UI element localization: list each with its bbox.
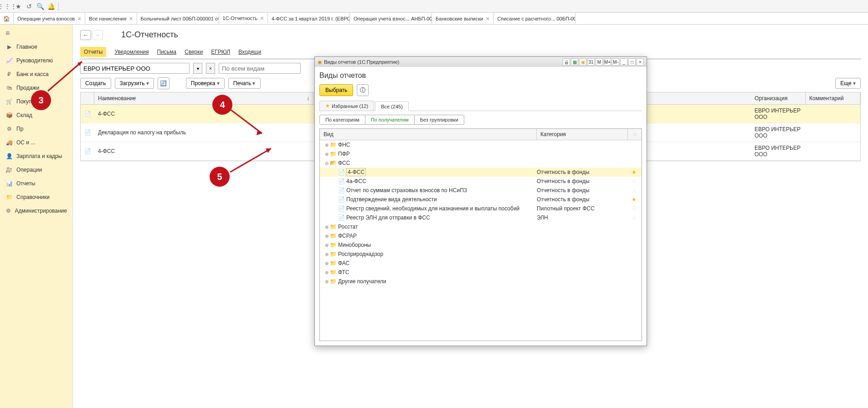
tree-folder-pfr[interactable]: ⊕📁ПФР (320, 149, 642, 158)
tree-col-type[interactable]: Вид (320, 129, 537, 140)
tab-1[interactable]: Все начисления× (85, 13, 137, 24)
tab-all[interactable]: Все (245) (375, 101, 409, 111)
tree-folder[interactable]: ⊕📁Росстат (320, 222, 642, 231)
close-icon[interactable]: × (486, 15, 489, 22)
m-plus-icon[interactable]: M+ (604, 58, 611, 66)
filter-no-grouping[interactable]: Без группировки (415, 115, 464, 125)
tab-3[interactable]: 1С-Отчетность× (219, 13, 268, 24)
tree-folder[interactable]: ⊕📁ФАС (320, 259, 642, 268)
tree-item[interactable]: 📄Реестр ЭЛН для отправки в ФССЭЛН☆ (320, 213, 642, 222)
sidebar-item-main[interactable]: ▶Главное (0, 40, 72, 54)
tree-folder[interactable]: ⊕📁ФТС (320, 268, 642, 277)
tab-7[interactable]: Списание с расчетного... 00БП-000002× (493, 13, 575, 24)
apps-icon[interactable]: ⋮⋮⋮ (2, 1, 13, 12)
subtab-egrul[interactable]: ЕГРЮЛ (211, 47, 230, 57)
calendar-icon[interactable]: 31 (587, 58, 595, 66)
dialog-titlebar[interactable]: ◉ Виды отчетов (1С:Предприятие) 🖨 ▦ ▣ 31… (315, 57, 647, 67)
m-icon[interactable]: M (596, 58, 603, 66)
sidebar-item-catalogs[interactable]: 📁Справочники (0, 190, 72, 204)
tab-2[interactable]: Больничный лист 00БП-000001 от 3...× (137, 13, 219, 24)
star-icon[interactable]: ☆ (628, 214, 640, 221)
sidebar-item-assets[interactable]: 🚚ОС и ... (0, 136, 72, 149)
menu-toggle-icon[interactable]: ≡ (0, 26, 72, 40)
expand-icon[interactable]: ⊕ (324, 143, 330, 148)
action-icon-button[interactable]: ⓘ (357, 84, 369, 96)
org-clear-button[interactable]: × (206, 63, 215, 74)
subtab-incoming[interactable]: Входящи (238, 47, 261, 57)
tree-folder[interactable]: ⊕📁Минобороны (320, 240, 642, 250)
tree-item[interactable]: 📄4а-ФССОтчетность в фонды☆ (320, 177, 642, 186)
tree-item[interactable]: 📄Подтверждение вида деятельностиОтчетнос… (320, 195, 642, 204)
sidebar-item-operations[interactable]: ДтОперации (0, 163, 72, 177)
col-comment[interactable]: Комментарий (806, 92, 860, 104)
more-button[interactable]: Еще (835, 78, 861, 89)
close-icon[interactable]: × (260, 15, 264, 22)
home-tab[interactable]: 🏠 (0, 13, 14, 24)
history-icon[interactable]: ↺ (24, 1, 35, 12)
tab-favorites[interactable]: ★Избранные (12) (319, 101, 374, 111)
tab-5[interactable]: Операция учета взнос... АНБП-000001× (350, 13, 432, 24)
m-minus-icon[interactable]: M- (612, 58, 619, 66)
select-button[interactable]: Выбрать (319, 84, 353, 96)
subtab-reconciliation[interactable]: Сверки (185, 47, 203, 57)
forward-button[interactable]: → (92, 30, 103, 40)
tree-folder-fns[interactable]: ⊕📁ФНС (320, 140, 642, 149)
tab-4[interactable]: 4-ФСС за 1 квартал 2019 г. (ЕВРО И...× (268, 13, 350, 24)
check-button[interactable]: Проверка (186, 78, 225, 89)
tree-col-category[interactable]: Категория (537, 129, 628, 140)
collapse-icon[interactable]: ⊖ (324, 161, 330, 166)
sidebar-item-warehouse[interactable]: 📦Склад (0, 108, 72, 122)
filter-by-category[interactable]: По категориям (319, 115, 365, 125)
tab-0[interactable]: Операции учета взносов× (14, 13, 85, 24)
bell-icon[interactable]: 🔔 (46, 1, 56, 12)
minimize-icon[interactable]: _ (620, 58, 627, 66)
organization-input[interactable] (80, 63, 190, 74)
filter-by-recipient[interactable]: По получателям (365, 115, 415, 125)
tree-folder[interactable]: ⊕📁Росприроднадзор (320, 250, 642, 259)
expand-icon[interactable]: ⊕ (324, 261, 330, 266)
sidebar-item-salary[interactable]: 👤Зарплата и кадры (0, 149, 72, 163)
star-icon[interactable]: ☆ (628, 205, 640, 212)
star-icon[interactable]: ☆ (628, 187, 640, 194)
tab-6[interactable]: Банковские выписки× (432, 13, 493, 24)
tree-folder[interactable]: ⊕📁Другие получатели (320, 277, 642, 286)
expand-icon[interactable]: ⊕ (324, 279, 330, 284)
tree-folder-fss[interactable]: ⊖📂ФСС (320, 158, 642, 168)
sidebar-item-reports[interactable]: 📊Отчеты (0, 177, 72, 190)
calc-icon[interactable]: ▣ (579, 58, 586, 66)
org-dropdown-button[interactable]: ▾ (193, 63, 202, 74)
close-icon[interactable]: × (77, 15, 81, 22)
maximize-icon[interactable]: □ (628, 58, 636, 66)
expand-icon[interactable]: ⊕ (324, 152, 330, 157)
star-icon[interactable]: ★ (628, 169, 640, 175)
tree-col-star[interactable]: ☆ (628, 129, 642, 140)
star-icon[interactable]: ☆ (628, 178, 640, 184)
subtab-notifications[interactable]: Уведомления (114, 47, 149, 57)
search-icon[interactable]: 🔍 (35, 1, 46, 12)
load-button[interactable]: Загрузить (115, 78, 154, 89)
tree-item[interactable]: 📄Отчет по суммам страховых взносов по НС… (320, 186, 642, 195)
search-input[interactable] (219, 63, 301, 74)
close-icon[interactable]: × (129, 15, 133, 22)
col-name[interactable]: Наименование↓ (94, 92, 313, 104)
back-button[interactable]: ← (80, 30, 91, 40)
expand-icon[interactable]: ⊕ (324, 234, 330, 239)
tree-folder[interactable]: ⊕📁ФСРАР (320, 231, 642, 240)
subtab-letters[interactable]: Письма (157, 47, 177, 57)
print-button[interactable]: Печать (228, 78, 261, 89)
expand-icon[interactable]: ⊕ (324, 224, 330, 230)
tree-item-4fss[interactable]: 📄4-ФССОтчетность в фонды★ (320, 168, 642, 177)
expand-icon[interactable]: ⊕ (324, 243, 330, 248)
expand-icon[interactable]: ⊕ (324, 270, 330, 275)
col-org[interactable]: Организация (751, 92, 806, 104)
close-icon[interactable]: × (637, 58, 644, 66)
refresh-button[interactable]: 🔄 (158, 77, 169, 89)
tree-item[interactable]: 📄Реестр сведений, необходимых для назнач… (320, 204, 642, 213)
print-icon[interactable]: 🖨 (563, 58, 570, 66)
star-icon[interactable]: ★ (13, 1, 24, 12)
save-icon[interactable]: ▦ (571, 58, 578, 66)
sidebar-item-admin[interactable]: ⚙Администрирование (0, 204, 72, 218)
expand-icon[interactable]: ⊕ (324, 252, 330, 257)
sidebar-item-production[interactable]: ⚙Пр (0, 122, 72, 136)
star-icon[interactable]: ★ (628, 196, 640, 203)
